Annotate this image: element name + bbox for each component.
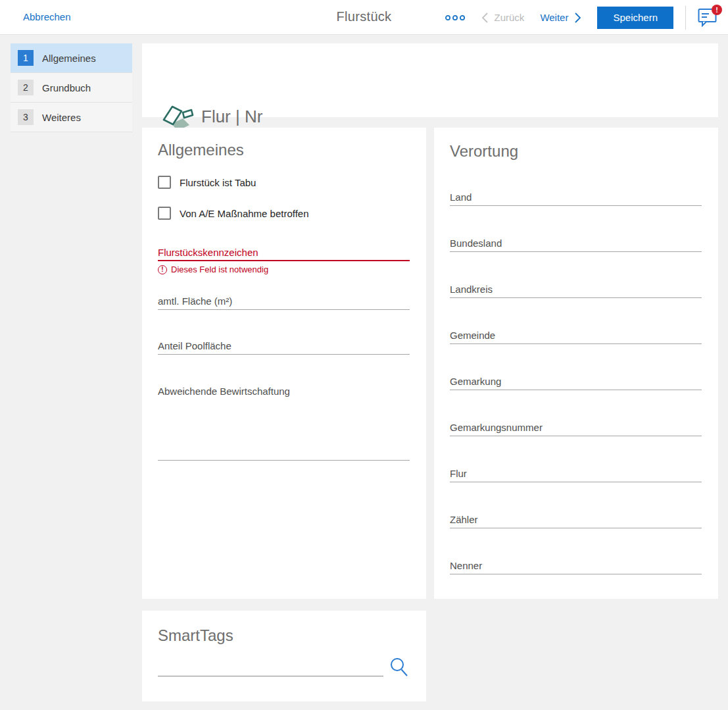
toolbar-divider — [685, 6, 686, 30]
field-label: Gemarkungsnummer — [450, 421, 702, 434]
top-bar-actions: Zurück Weiter Speichern — [445, 0, 719, 35]
step-number: 1 — [18, 50, 34, 66]
sidebar-item-weiteres[interactable]: 3 Weiteres — [11, 103, 132, 132]
allgemeines-card: Allgemeines Flurstück ist Tabu Von A/E M… — [142, 128, 426, 599]
checkbox-box — [158, 176, 171, 189]
field-gemarkung[interactable]: Gemarkung — [450, 375, 702, 390]
field-underline — [450, 251, 702, 252]
error-exclamation-icon: ! — [158, 265, 167, 274]
checkbox-ae-massnahme[interactable]: Von A/E Maßnahme betroffen — [158, 207, 309, 220]
back-button[interactable]: Zurück — [481, 12, 525, 24]
field-underline — [450, 436, 702, 436]
page-title: Flurstück — [337, 9, 392, 24]
field-label-abweichende-bewirtschaftung: Abweichende Bewirtschaftung — [158, 386, 290, 397]
smarttags-search-input[interactable] — [158, 657, 383, 676]
section-title-verortung: Verortung — [450, 142, 518, 161]
section-title-allgemeines: Allgemeines — [158, 141, 244, 159]
checkbox-label: Von A/E Maßnahme betroffen — [180, 208, 309, 219]
field-underline — [450, 574, 702, 574]
field-abweichende-bewirtschaftung[interactable] — [158, 460, 410, 461]
record-header-card: Flur | Nr — [142, 43, 718, 117]
checkbox-label: Flurstück ist Tabu — [180, 177, 256, 188]
field-amtl-flaeche[interactable]: amtl. Fläche (m²) — [158, 295, 410, 310]
field-flurstueckskennzeichen[interactable]: Flurstückskennzeichen ! Dieses Feld ist … — [158, 246, 410, 274]
field-underline — [158, 309, 410, 310]
field-underline — [450, 343, 702, 344]
field-nenner[interactable]: Nenner — [450, 559, 702, 574]
field-underline — [158, 354, 410, 355]
sidebar-item-label: Weiteres — [42, 112, 81, 123]
error-count-badge: ! — [712, 5, 722, 15]
smarttags-card: SmartTags — [142, 611, 426, 701]
field-label: Land — [450, 191, 702, 204]
field-gemarkungsnummer[interactable]: Gemarkungsnummer — [450, 421, 702, 436]
field-label: Flurstückskennzeichen — [158, 246, 410, 259]
field-landkreis[interactable]: Landkreis — [450, 283, 702, 298]
record-title: Flur | Nr — [201, 107, 262, 127]
field-label: Nenner — [450, 559, 702, 572]
field-label: Gemarkung — [450, 375, 702, 388]
validation-error: ! Dieses Feld ist notwendig — [158, 265, 410, 274]
section-title-smarttags: SmartTags — [158, 626, 233, 645]
field-gemeinde[interactable]: Gemeinde — [450, 329, 702, 344]
more-options-icon[interactable] — [445, 14, 466, 21]
field-land[interactable]: Land — [450, 191, 702, 206]
field-label: Landkreis — [450, 283, 702, 296]
smarttags-search-row — [158, 657, 410, 678]
verortung-card: Verortung Land Bundesland Landkreis Geme… — [434, 128, 718, 599]
field-underline — [450, 482, 702, 482]
field-label: Zähler — [450, 513, 702, 526]
checkbox-box — [158, 207, 171, 220]
field-label: amtl. Fläche (m²) — [158, 295, 410, 308]
sidebar-item-allgemeines[interactable]: 1 Allgemeines — [11, 43, 132, 73]
field-underline — [450, 205, 702, 206]
section-nav: 1 Allgemeines 2 Grundbuch 3 Weiteres — [11, 43, 132, 132]
step-number: 2 — [18, 80, 34, 95]
comments-button[interactable]: ! — [698, 8, 719, 28]
field-label: Bundesland — [450, 237, 702, 250]
sidebar-item-label: Grundbuch — [42, 82, 91, 93]
field-underline — [158, 260, 410, 261]
field-zaehler[interactable]: Zähler — [450, 513, 702, 528]
sidebar-item-grundbuch[interactable]: 2 Grundbuch — [11, 73, 132, 103]
field-anteil-poolflaeche[interactable]: Anteil Poolfläche — [158, 340, 410, 355]
next-button[interactable]: Weiter — [540, 12, 581, 24]
field-underline — [450, 297, 702, 298]
field-flur[interactable]: Flur — [450, 467, 702, 482]
flurstueck-form-page: Abbrechen Flurstück Zurück Weiter Speich… — [0, 0, 728, 710]
top-bar: Abbrechen Flurstück Zurück Weiter Speich… — [0, 0, 728, 35]
search-icon[interactable] — [389, 657, 409, 680]
field-label: Gemeinde — [450, 329, 702, 342]
field-label: Flur — [450, 467, 702, 480]
field-label: Anteil Poolfläche — [158, 340, 410, 353]
sidebar-item-label: Allgemeines — [42, 53, 96, 64]
field-bundesland[interactable]: Bundesland — [450, 237, 702, 252]
error-message: Dieses Feld ist notwendig — [171, 265, 268, 274]
chevron-left-icon — [481, 12, 489, 24]
field-underline — [450, 528, 702, 528]
checkbox-flurstueck-ist-tabu[interactable]: Flurstück ist Tabu — [158, 176, 256, 189]
chevron-right-icon — [574, 12, 581, 24]
step-number: 3 — [18, 109, 34, 125]
save-button[interactable]: Speichern — [597, 7, 673, 29]
field-underline — [450, 390, 702, 390]
cancel-button[interactable]: Abbrechen — [23, 11, 71, 22]
